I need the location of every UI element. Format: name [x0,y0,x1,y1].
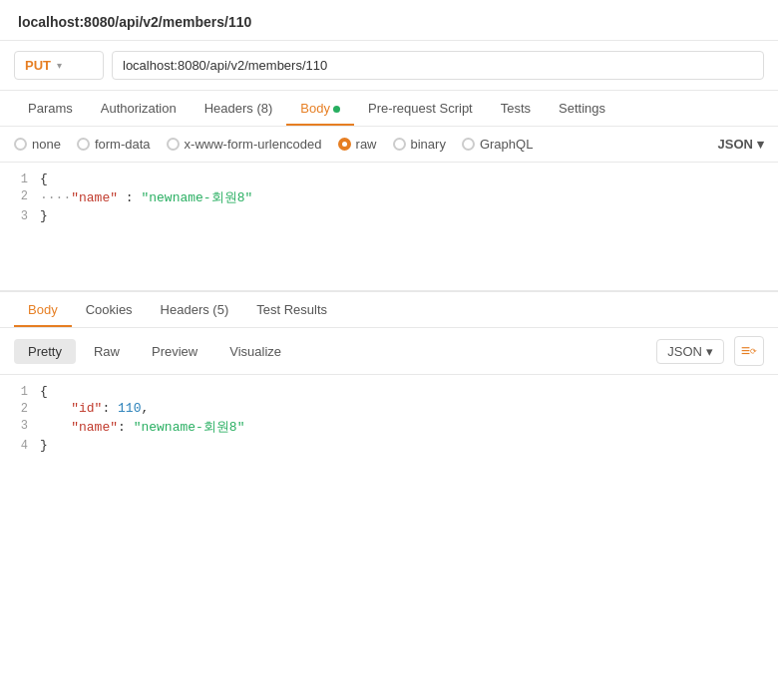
line-content-2: ····"name" : "newname-회원8" [40,188,252,206]
response-line-content-4: } [40,438,48,453]
line-content-1: { [40,172,48,186]
radio-urlencoded[interactable]: x-www-form-urlencoded [167,137,322,152]
radio-binary-circle [393,138,406,151]
radio-graphql-circle [462,138,475,151]
response-tab-test-results[interactable]: Test Results [242,292,341,327]
format-bar: Pretty Raw Preview Visualize JSON ▾ ≡⟳ [0,328,778,375]
body-options: none form-data x-www-form-urlencoded raw… [0,127,778,163]
wrap-icon[interactable]: ≡⟳ [734,336,764,366]
radio-graphql[interactable]: GraphQL [462,137,533,152]
body-dot-icon [333,106,340,113]
page-title: localhost:8080/api/v2/members/110 [18,14,251,30]
tab-body[interactable]: Body [286,91,354,126]
request-tabs: Params Authorization Headers (8) Body Pr… [0,91,778,127]
response-body-viewer: 1 { 2 "id": 110, 3 "name": "newname-회원8"… [0,375,778,475]
tab-tests[interactable]: Tests [487,91,545,126]
method-label: PUT [25,58,51,73]
response-line-3: 3 "name": "newname-회원8" [0,417,778,437]
response-line-number-3: 3 [0,418,40,433]
request-bar: PUT ▾ [0,41,778,91]
response-line-content-3: "name": "newname-회원8" [40,418,244,436]
response-tab-headers[interactable]: Headers (5) [147,292,243,327]
tab-headers[interactable]: Headers (8) [191,91,287,126]
line-content-3: } [40,208,48,223]
request-line-1: 1 { [0,171,778,187]
request-line-3: 3 } [0,207,778,224]
tab-authorization[interactable]: Authorization [87,91,191,126]
chevron-down-icon: ▾ [57,60,62,71]
response-tab-cookies[interactable]: Cookies [72,292,147,327]
radio-raw[interactable]: raw [338,137,377,152]
request-line-2: 2 ····"name" : "newname-회원8" [0,187,778,207]
response-line-1: 1 { [0,383,778,400]
format-visualize[interactable]: Visualize [215,339,295,364]
response-json-dropdown[interactable]: JSON ▾ [656,339,724,364]
format-pretty[interactable]: Pretty [14,339,76,364]
format-preview[interactable]: Preview [138,339,211,364]
format-raw[interactable]: Raw [80,339,134,364]
response-line-number-2: 2 [0,401,40,416]
tab-params[interactable]: Params [14,91,87,126]
title-bar: localhost:8080/api/v2/members/110 [0,0,778,41]
url-input[interactable] [112,51,764,80]
request-body-editor[interactable]: 1 { 2 ····"name" : "newname-회원8" 3 } [0,163,778,292]
radio-none-circle [14,138,27,151]
line-number-3: 3 [0,208,40,223]
response-line-number-1: 1 [0,384,40,399]
response-tab-body[interactable]: Body [14,292,72,327]
response-tabs: Body Cookies Headers (5) Test Results [0,292,778,328]
response-line-number-4: 4 [0,438,40,453]
method-dropdown[interactable]: PUT ▾ [14,51,104,80]
radio-urlencoded-circle [167,138,180,151]
line-number-2: 2 [0,188,40,203]
radio-form-data-circle [77,138,90,151]
json-chevron-icon: ▾ [757,137,764,152]
line-number-1: 1 [0,172,40,186]
radio-form-data[interactable]: form-data [77,137,151,152]
response-line-content-2: "id": 110, [40,401,149,416]
tab-pre-request-script[interactable]: Pre-request Script [354,91,487,126]
response-line-content-1: { [40,384,48,399]
json-format-dropdown[interactable]: JSON ▾ [718,137,764,152]
radio-raw-circle [338,138,351,151]
response-json-chevron-icon: ▾ [706,344,713,359]
radio-binary[interactable]: binary [393,137,446,152]
response-line-2: 2 "id": 110, [0,400,778,417]
response-line-4: 4 } [0,437,778,454]
radio-none[interactable]: none [14,137,61,152]
tab-settings[interactable]: Settings [545,91,619,126]
